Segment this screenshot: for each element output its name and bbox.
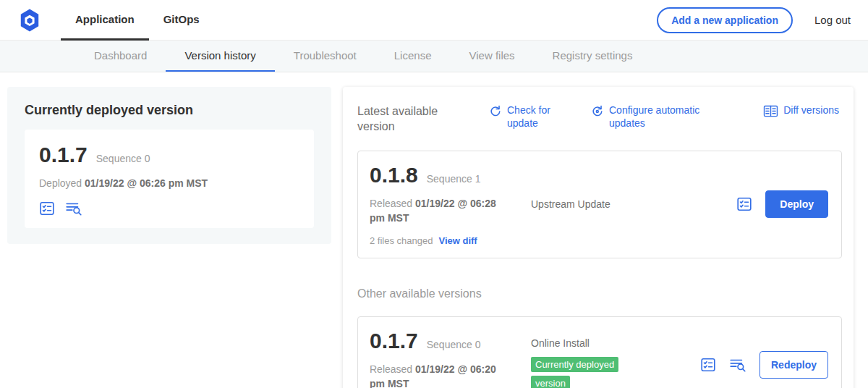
currently-deployed-title: Currently deployed version [25,103,314,118]
tab-application[interactable]: Application [61,0,149,41]
view-files-icon[interactable] [729,357,746,373]
release-notes-icon[interactable] [700,357,716,373]
tab-gitops-label: GitOps [163,13,200,25]
subnav-item-registry-settings[interactable]: Registry settings [534,41,652,72]
other-version-line: 0.1.7 Sequence 0 [370,329,518,353]
deployed-date-line: Deployed 01/19/22 @ 06:26 pm MST [39,176,299,190]
add-application-button[interactable]: Add a new application [657,7,793,33]
subnav-item-view-files[interactable]: View files [450,41,533,72]
subnav-view-files-label: View files [469,49,514,62]
released-label: Released [370,363,412,375]
other-versions-title: Other available versions [357,287,842,300]
configure-automatic-updates-button[interactable]: Configure automatic updates [591,104,718,130]
deployed-sequence: Sequence 0 [96,153,150,164]
released-label: Released [370,198,412,209]
subnav-registry-settings-label: Registry settings [553,49,633,62]
redeploy-button[interactable]: Redeploy [760,351,828,379]
auto-update-icon [591,105,604,118]
other-released-line: Released 01/19/22 @ 06:20 pm MST [370,362,511,388]
version-row-0-1-7: 0.1.7 Sequence 0 Released 01/19/22 @ 06:… [357,316,842,388]
subnav-troubleshoot-label: Troubleshoot [294,49,357,62]
version-source-block: Online Install Currently deployed versio… [518,337,700,388]
other-version-number: 0.1.7 [370,329,418,353]
main-content: Currently deployed version 0.1.7 Sequenc… [0,72,868,388]
sub-nav: Dashboard Version history Troubleshoot L… [0,41,868,72]
version-row-left: 0.1.8 Sequence 1 Released 01/19/22 @ 06:… [370,163,518,247]
version-source: Upstream Update [518,198,736,210]
currently-deployed-badge: Currently deployed version [531,357,618,388]
diff-versions-icon [763,105,778,117]
deployed-label: Deployed [39,177,82,189]
view-diff-link[interactable]: View diff [438,235,477,246]
currently-deployed-panel: Currently deployed version 0.1.7 Sequenc… [7,87,331,244]
version-row-0-1-8: 0.1.8 Sequence 1 Released 01/19/22 @ 06:… [357,151,842,259]
panel-header: Latest available version Check for updat… [357,104,842,135]
version-row-left: 0.1.7 Sequence 0 Released 01/19/22 @ 06:… [370,329,518,388]
version-row-actions: Deploy [736,190,830,218]
tab-gitops[interactable]: GitOps [149,0,214,41]
release-notes-icon[interactable] [39,201,55,216]
deployed-version-line: 0.1.7 Sequence 0 [39,143,299,167]
app-logo-icon [17,8,42,33]
other-sequence: Sequence 0 [427,339,481,350]
deploy-button[interactable]: Deploy [765,190,828,218]
check-for-update-button[interactable]: Check for update [489,104,562,130]
top-tabs: Application GitOps [61,0,214,41]
diff-versions-label: Diff versions [783,104,839,117]
subnav-version-history-label: Version history [184,49,255,62]
latest-version-line: 0.1.8 Sequence 1 [370,163,518,187]
configure-automatic-updates-label: Configure automatic updates [609,104,718,130]
latest-released-line: Released 01/19/22 @ 06:28 pm MST [370,196,511,226]
version-source: Online Install [531,337,700,349]
view-files-icon[interactable] [65,201,82,216]
latest-sequence: Sequence 1 [427,173,481,185]
version-history-panel: Latest available version Check for updat… [343,87,854,388]
latest-version-number: 0.1.8 [370,163,418,187]
logout-button[interactable]: Log out [814,14,851,26]
deployed-actions [39,201,299,216]
release-notes-icon[interactable] [736,196,752,212]
check-for-update-label: Check for update [507,104,562,130]
deployed-version-number: 0.1.7 [39,143,88,167]
version-row-actions: Redeploy [700,351,830,379]
subnav-dashboard-label: Dashboard [94,49,147,62]
latest-available-title: Latest available version [357,104,460,135]
refresh-icon [489,105,502,118]
deployed-badge-wrap: Currently deployed version [531,355,641,388]
files-changed-line: 2 files changed View diff [370,235,518,246]
files-changed-text: 2 files changed [370,235,433,246]
subnav-item-license[interactable]: License [375,41,451,72]
subnav-item-version-history[interactable]: Version history [166,41,274,72]
tab-application-label: Application [75,13,135,25]
deployed-version-card: 0.1.7 Sequence 0 Deployed 01/19/22 @ 06:… [25,130,314,228]
subnav-license-label: License [394,49,432,62]
deployed-date: 01/19/22 @ 06:26 pm MST [85,177,208,189]
diff-versions-button[interactable]: Diff versions [763,104,839,117]
subnav-item-troubleshoot[interactable]: Troubleshoot [275,41,375,72]
subnav-item-dashboard[interactable]: Dashboard [75,41,166,72]
top-nav-right: Add a new application Log out [657,7,851,33]
top-nav: Application GitOps Add a new application… [0,0,868,41]
